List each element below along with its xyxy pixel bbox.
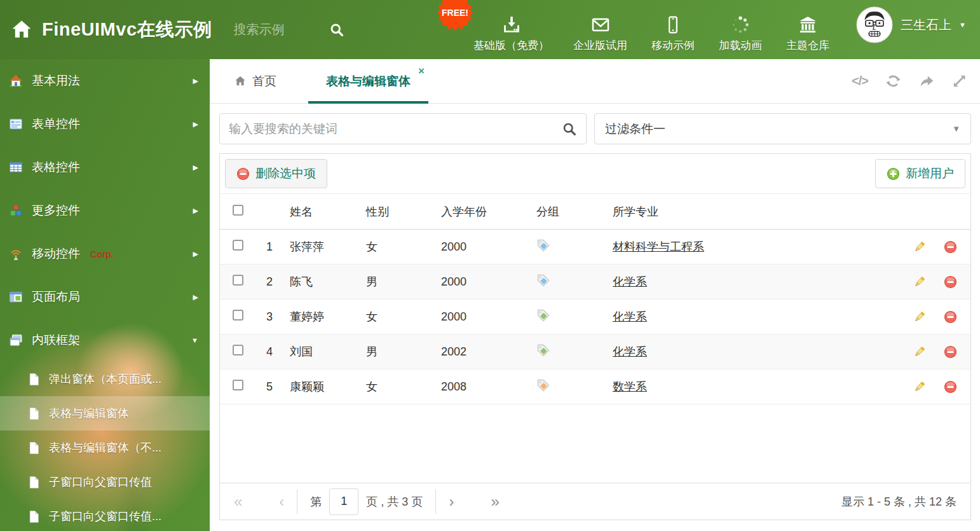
select-all-checkbox[interactable] [233, 205, 243, 216]
row-checkbox[interactable] [233, 380, 243, 390]
sidebar-item-more-controls[interactable]: 更多控件 ▶ [0, 189, 210, 232]
tag-icon [536, 343, 550, 357]
add-user-button[interactable]: 新增用户 [875, 159, 965, 188]
delete-icon[interactable] [944, 380, 957, 394]
next-page-button[interactable]: › [449, 494, 454, 509]
search-icon[interactable] [562, 121, 577, 137]
row-index: 1 [258, 240, 287, 254]
cell-name: 康颖颖 [287, 379, 363, 394]
free-badge: FREE! [437, 0, 475, 36]
filter-dropdown[interactable]: 过滤条件一 ▼ [594, 113, 971, 144]
share-icon[interactable] [918, 73, 934, 89]
page: FineUIMvc在线示例 FREE! [0, 0, 980, 531]
table-header-row: 姓名 性别 入学年份 分组 所学专业 [220, 194, 970, 230]
main-content: 首页 表格与编辑窗体 × </> [210, 59, 980, 531]
cell-group [533, 273, 609, 291]
edit-icon[interactable] [913, 380, 926, 394]
edit-icon[interactable] [913, 345, 926, 359]
cell-year: 2000 [438, 240, 533, 254]
cell-gender: 女 [363, 379, 438, 394]
sidebar-item-grid-controls[interactable]: 表格控件 ▶ [0, 146, 210, 189]
header-search-input[interactable] [234, 22, 329, 37]
nav-theme-repo[interactable]: 主题仓库 [786, 6, 829, 53]
delete-icon[interactable] [944, 310, 957, 324]
file-icon [28, 441, 40, 455]
tag-icon [536, 273, 550, 287]
user-menu[interactable]: 三生石上 ▼ [856, 6, 966, 43]
chevron-right-icon: ▶ [193, 120, 198, 128]
app-header: FineUIMvc在线示例 FREE! [0, 0, 980, 59]
chevron-right-icon: ▶ [193, 77, 198, 85]
header-nav: 基础版（免费） 企业版试用 [473, 6, 966, 53]
view-source-icon[interactable]: </> [852, 74, 868, 88]
tab-home[interactable]: 首页 [220, 73, 290, 90]
expand-icon[interactable] [951, 73, 967, 89]
edit-icon[interactable] [913, 240, 926, 254]
cell-gender: 男 [363, 274, 438, 289]
tab-grid-edit-window[interactable]: 表格与编辑窗体 × [308, 59, 428, 104]
tag-icon [536, 378, 550, 392]
minus-circle-icon [236, 167, 250, 181]
cell-group [533, 378, 609, 396]
delete-icon[interactable] [944, 345, 957, 359]
sidebar-subitem-grid-edit-window-2[interactable]: 表格与编辑窗体（不... [0, 431, 210, 465]
prev-page-button[interactable]: ‹ [279, 494, 284, 509]
edit-icon[interactable] [913, 310, 926, 324]
sidebar-subitem-child-to-parent[interactable]: 子窗口向父窗口传值 [0, 465, 210, 499]
row-checkbox[interactable] [233, 310, 243, 321]
nav-basic-free[interactable]: 基础版（免费） [473, 6, 549, 53]
cell-year: 2000 [438, 275, 533, 289]
major-link[interactable]: 数学系 [613, 380, 647, 393]
keyword-search-input[interactable] [229, 122, 562, 136]
form-icon [9, 117, 23, 131]
major-link[interactable]: 化学系 [613, 345, 647, 358]
nav-mobile-demo[interactable]: 移动示例 [651, 6, 695, 53]
nav-loading-animation[interactable]: 加载动画 [719, 6, 762, 53]
refresh-icon[interactable] [885, 73, 901, 89]
row-index: 4 [258, 345, 287, 359]
row-checkbox[interactable] [233, 275, 243, 286]
major-link[interactable]: 材料科学与工程系 [613, 240, 704, 253]
sidebar-subitem-child-to-parent-2[interactable]: 子窗口向父窗口传值... [0, 499, 210, 531]
first-page-button[interactable]: « [234, 494, 242, 509]
chevron-right-icon: ▶ [193, 207, 198, 215]
sidebar-item-iframe[interactable]: 内联框架 ▼ [0, 319, 210, 362]
col-major: 所学专业 [609, 204, 895, 219]
delete-icon[interactable] [944, 240, 957, 254]
layout-icon [9, 290, 23, 304]
sidebar-subitem-popup-window[interactable]: 弹出窗体（本页面或... [0, 362, 210, 396]
caret-down-icon: ▼ [959, 21, 966, 29]
cell-group [533, 238, 609, 256]
sidebar-item-basic-usage[interactable]: 基本用法 ▶ [0, 59, 210, 102]
col-name: 姓名 [287, 204, 363, 219]
page-number-input[interactable] [329, 488, 358, 515]
edit-icon[interactable] [913, 275, 926, 289]
table-row: 3 董婷婷 女 2000 化学系 [220, 300, 970, 334]
table-row: 5 康颖颖 女 2008 数学系 [220, 369, 970, 404]
chevron-right-icon: ▶ [193, 250, 198, 258]
col-gender: 性别 [363, 204, 438, 219]
row-checkbox[interactable] [233, 345, 243, 355]
sidebar-item-mobile-controls[interactable]: 移动控件 Corp. ▶ [0, 232, 210, 275]
row-index: 2 [258, 275, 287, 289]
delete-selected-button[interactable]: 删除选中项 [225, 159, 327, 188]
delete-icon[interactable] [944, 275, 957, 289]
brand[interactable]: FineUIMvc在线示例 [10, 17, 212, 43]
pagination-bar: « ‹ 第 页 , 共 3 页 › » 显示 1 - 5 条 , 共 12 条 [220, 483, 970, 520]
row-checkbox[interactable] [233, 240, 243, 251]
major-link[interactable]: 化学系 [613, 310, 647, 323]
sidebar-subitem-grid-edit-window[interactable]: 表格与编辑窗体 [0, 396, 210, 431]
nav-enterprise-trial[interactable]: 企业版试用 [573, 6, 627, 53]
major-link[interactable]: 化学系 [613, 275, 647, 288]
tag-icon [536, 238, 550, 252]
cell-gender: 男 [363, 344, 438, 359]
cell-year: 2002 [438, 345, 533, 359]
search-icon[interactable] [329, 22, 344, 38]
row-index: 3 [258, 310, 287, 324]
close-icon[interactable]: × [418, 66, 425, 76]
col-group: 分组 [533, 204, 609, 219]
sidebar-item-form-controls[interactable]: 表单控件 ▶ [0, 102, 210, 146]
table-row: 4 刘国 男 2002 化学系 [220, 334, 970, 369]
sidebar-item-page-layout[interactable]: 页面布局 ▶ [0, 275, 210, 319]
last-page-button[interactable]: » [491, 494, 499, 509]
